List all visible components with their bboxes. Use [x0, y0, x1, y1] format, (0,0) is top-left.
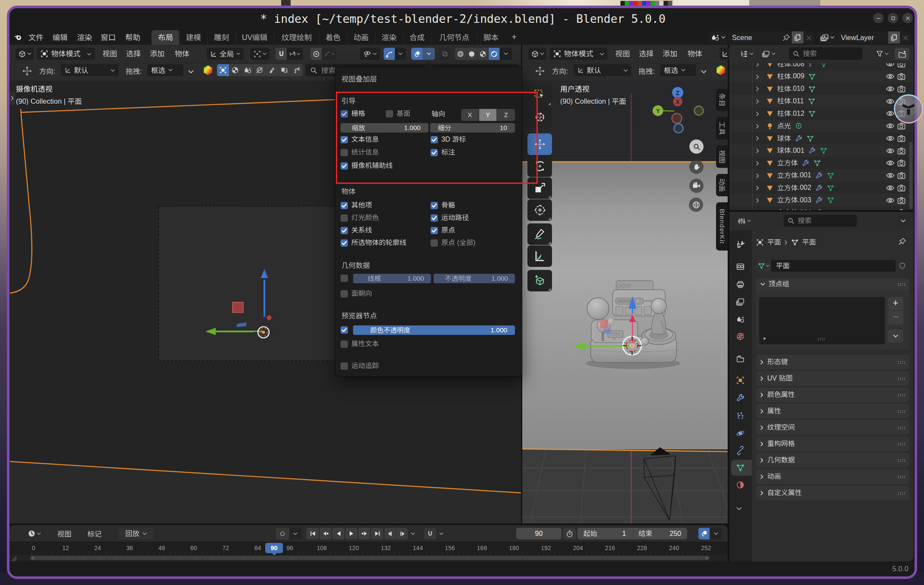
vp-left-editor-type-button[interactable]: [16, 48, 34, 60]
disable-render-icon[interactable]: [897, 184, 906, 192]
tab-scene[interactable]: [735, 315, 745, 324]
tab-world[interactable]: [735, 331, 745, 341]
hide-eye-icon[interactable]: [886, 171, 895, 180]
object-name[interactable]: .011: [777, 97, 804, 105]
disable-render-icon[interactable]: [897, 63, 906, 68]
hide-eye-icon[interactable]: [886, 85, 895, 93]
transport-prev-frame[interactable]: [332, 528, 344, 539]
mesh-name-field[interactable]: [772, 260, 896, 272]
scene-copy-button[interactable]: [792, 31, 803, 43]
outliner-display-mode-dropdown[interactable]: [736, 48, 756, 60]
transport-jump-to-start[interactable]: [307, 528, 319, 539]
menu-4[interactable]: [125, 33, 140, 42]
outliner-row[interactable]: .001: [729, 144, 914, 157]
side-tab-3[interactable]: [716, 174, 728, 196]
overlay-wireframe-slider[interactable]: 1.000: [353, 274, 431, 283]
fake-user-shield-button[interactable]: [896, 260, 908, 272]
outliner-row[interactable]: .012: [729, 107, 914, 120]
object-name[interactable]: .010: [777, 85, 804, 93]
tab-constraints[interactable]: [735, 446, 745, 455]
vp-right-editor-type-button[interactable]: [528, 48, 546, 60]
scene-name[interactable]: Scene: [728, 34, 781, 42]
workspace-tab-8[interactable]: [403, 30, 431, 45]
mesh-browse-dropdown[interactable]: [756, 260, 772, 272]
overlay-face-orientation-checkbox[interactable]: [341, 290, 437, 299]
disable-render-icon[interactable]: [897, 146, 906, 155]
disable-render-icon[interactable]: [897, 208, 906, 210]
workspace-tab-2[interactable]: [208, 30, 235, 45]
start-frame-field[interactable]: 1: [577, 530, 633, 538]
outliner-row[interactable]: .010: [729, 83, 914, 95]
use-preview-range-toggle[interactable]: [563, 528, 576, 539]
hide-eye-icon[interactable]: [886, 208, 895, 210]
workspace-tab-7[interactable]: [375, 30, 403, 45]
timeline-menu-view[interactable]: [57, 529, 73, 539]
overlay-origins-all-checkbox[interactable]: (): [431, 239, 527, 248]
hide-eye-icon[interactable]: [886, 134, 895, 142]
outliner-search[interactable]: [789, 47, 862, 60]
workspace-tab-10[interactable]: [477, 30, 505, 45]
navigation-gizmo[interactable]: ZXY: [646, 84, 710, 136]
hide-eye-icon[interactable]: [886, 63, 895, 68]
overlay-origins-checkbox[interactable]: [431, 227, 527, 235]
toolbar-transform[interactable]: [527, 199, 552, 221]
tab-modifiers[interactable]: [735, 393, 745, 402]
menu-1[interactable]: [53, 33, 68, 42]
frame-range-field[interactable]: 1250: [577, 528, 687, 539]
vp-right-menu-3[interactable]: [688, 48, 703, 60]
gizmo-axis-x-label[interactable]: X: [676, 99, 679, 105]
overlay-attribute-text-checkbox[interactable]: [341, 340, 437, 349]
vp-left-asset-material-filter[interactable]: [229, 64, 242, 76]
side-tab-1[interactable]: [716, 117, 728, 139]
overlay-motion-paths-checkbox[interactable]: [431, 214, 527, 223]
vp-left-asset-scene-filter[interactable]: [242, 64, 254, 76]
menu-0[interactable]: [28, 33, 43, 42]
hide-eye-icon[interactable]: [886, 109, 895, 118]
vp-left-tool-collapse[interactable]: [188, 68, 197, 73]
outliner-new-collection-button[interactable]: [895, 48, 909, 60]
object-name[interactable]: .012: [777, 110, 804, 118]
nav-pan-button[interactable]: [689, 160, 704, 174]
vp-left-asset-addon-filter[interactable]: [291, 64, 303, 76]
side-tab-2[interactable]: [716, 145, 728, 168]
outliner-row[interactable]: .002: [729, 182, 914, 194]
timeline-snap-dropdown[interactable]: [436, 528, 446, 539]
vertex-group-add-button[interactable]: +: [888, 297, 903, 311]
timeline-resize-grip[interactable]: [11, 554, 18, 561]
viewport-shading-solid[interactable]: [466, 48, 478, 60]
outliner-row[interactable]: .004: [729, 206, 914, 210]
outliner-row[interactable]: [729, 120, 914, 132]
overlay-bones-checkbox[interactable]: [431, 202, 527, 210]
overlay-wireframe-opacity-slider[interactable]: 1.000: [434, 274, 515, 283]
close-button[interactable]: [902, 13, 913, 23]
nav-ortho-button[interactable]: [689, 198, 703, 212]
auto-keying-dropdown[interactable]: [289, 528, 301, 539]
side-tab-0[interactable]: [716, 89, 728, 111]
menu-2[interactable]: [77, 33, 92, 42]
vp-left-visibility-dropdown[interactable]: [360, 48, 380, 60]
timeline-menu-marker[interactable]: [87, 529, 103, 539]
vp-left-snap-toggle[interactable]: [276, 48, 287, 60]
panel-1-header[interactable]: [756, 355, 909, 369]
blender-logo-icon[interactable]: [13, 33, 23, 42]
panel-4-header[interactable]: [756, 404, 909, 418]
outliner-filter-id-dropdown[interactable]: [759, 48, 778, 60]
panel-3-header[interactable]: [756, 387, 909, 402]
vp-right-tool-collapse[interactable]: [701, 68, 710, 73]
scene-unlink-button[interactable]: [803, 34, 815, 41]
outliner-scrollbar[interactable]: [909, 142, 912, 209]
gizmo-axis-z-label[interactable]: Z: [676, 90, 680, 96]
vp-right-menu-0[interactable]: [615, 48, 630, 60]
properties-tabs-more[interactable]: [736, 505, 744, 509]
outliner-filter-dropdown[interactable]: [872, 48, 892, 60]
hide-eye-icon[interactable]: [886, 97, 895, 105]
workspace-tab-3[interactable]: UV: [236, 30, 273, 45]
timeline-scrollbar[interactable]: [30, 556, 710, 560]
timeline-overlay-dropdown[interactable]: [710, 528, 722, 539]
object-name[interactable]: .002: [777, 184, 811, 192]
properties-pin-icon[interactable]: [898, 237, 908, 247]
overlay-viewer-opacity-slider[interactable]: 1.000: [353, 325, 515, 335]
current-frame-field[interactable]: 90: [516, 528, 561, 539]
disable-render-icon[interactable]: [897, 134, 906, 142]
vp-left-toolbar-expand[interactable]: [9, 91, 15, 105]
